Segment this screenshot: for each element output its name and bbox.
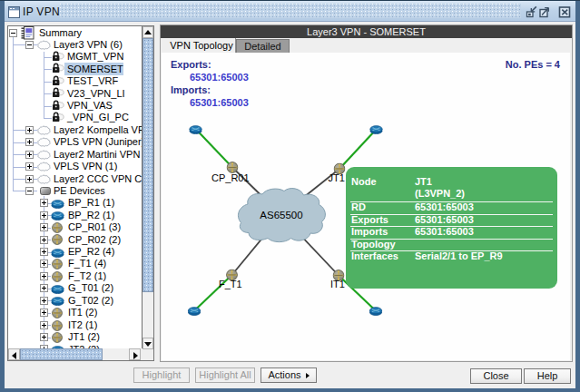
svg-text:AS65500: AS65500: [260, 210, 302, 220]
svg-text:CP_R01: CP_R01: [211, 172, 250, 183]
svg-text:JT1: JT1: [329, 172, 345, 183]
svg-text:F_T1: F_T1: [219, 279, 242, 289]
svg-text:IT1: IT1: [330, 279, 345, 289]
